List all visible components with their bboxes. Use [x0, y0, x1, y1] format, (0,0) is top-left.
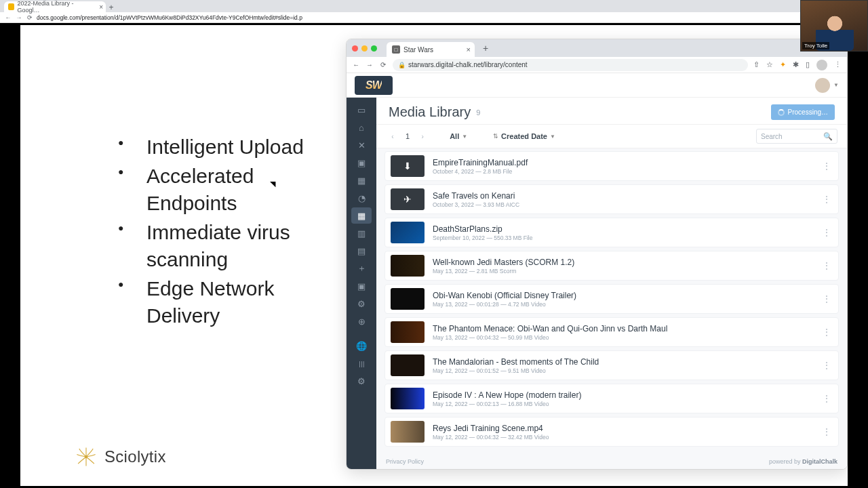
- forward-icon[interactable]: →: [366, 61, 374, 68]
- back-icon[interactable]: ←: [352, 61, 360, 68]
- media-row[interactable]: DeathStarPlans.zipSeptember 10, 2022 — 5…: [384, 218, 839, 247]
- spinner-icon: [778, 109, 785, 116]
- bullet-item: Edge Network Delivery: [118, 275, 335, 330]
- app-logo[interactable]: SW: [355, 76, 393, 95]
- user-menu[interactable]: ▼: [815, 78, 839, 93]
- sort-dropdown[interactable]: ⇅ Created Date ▼: [488, 129, 561, 143]
- inner-tab-bar: □ Star Wars × +: [347, 39, 847, 57]
- sidebar-item[interactable]: ⚙: [351, 373, 372, 389]
- sidebar-item[interactable]: ✕: [351, 137, 372, 153]
- sidebar-item[interactable]: ⚙: [351, 296, 372, 312]
- star-icon[interactable]: ☆: [766, 60, 773, 69]
- puzzle-icon[interactable]: ✱: [793, 60, 799, 69]
- presentation-stage: Intelligent Upload Accelerated Endpoints…: [0, 23, 868, 488]
- url-field[interactable]: 🔒 starwars.digital-chalk.net/library/con…: [393, 59, 748, 71]
- app-shell: SW ▼ ▭⌂✕▣▦◔▦▥▤＋▣⚙⊕🌐⫼⚙ Media Library 9: [347, 73, 847, 470]
- sidebar-item[interactable]: ▣: [351, 155, 372, 171]
- reload-icon[interactable]: ⟳: [26, 14, 34, 21]
- row-more-button[interactable]: ⋮: [821, 293, 833, 304]
- media-thumbnail: [391, 388, 425, 409]
- new-tab-button[interactable]: +: [483, 43, 488, 54]
- sidebar-item[interactable]: ▤: [351, 243, 372, 259]
- row-more-button[interactable]: ⋮: [821, 194, 833, 205]
- tab-favicon: □: [392, 45, 400, 54]
- media-row[interactable]: Obi-Wan Kenobi (Official Disney Trailer)…: [384, 284, 839, 314]
- media-thumbnail: ✈: [391, 188, 425, 210]
- row-more-button[interactable]: ⋮: [821, 360, 833, 371]
- content-footer: Privacy Policy powered by DigitalChalk: [376, 453, 847, 470]
- row-more-button[interactable]: ⋮: [821, 393, 833, 404]
- reload-icon[interactable]: ⟳: [379, 61, 387, 68]
- media-row[interactable]: The Phantom Menace: Obi-Wan and Qui-Gon …: [384, 317, 839, 347]
- sidebar-item[interactable]: 🌐: [351, 338, 372, 354]
- media-thumbnail: [391, 321, 425, 343]
- panel-icon[interactable]: ▯: [806, 60, 810, 69]
- sidebar-item[interactable]: ＋: [351, 260, 372, 277]
- sidebar-item[interactable]: ▭: [351, 102, 372, 118]
- filter-type-dropdown[interactable]: All ▼: [444, 129, 473, 143]
- sidebar-item[interactable]: ⊕: [351, 313, 372, 329]
- row-more-button[interactable]: ⋮: [821, 327, 833, 338]
- sidebar-item[interactable]: ⫼: [351, 355, 372, 371]
- pager-next-button[interactable]: ›: [416, 129, 429, 143]
- pager-prev-button[interactable]: ‹: [386, 129, 399, 143]
- bullet-item: Intelligent Upload: [118, 134, 335, 161]
- media-row-main: DeathStarPlans.zipSeptember 10, 2022 — 5…: [433, 224, 812, 241]
- inner-browser-tab[interactable]: □ Star Wars ×: [387, 42, 475, 57]
- sidebar-item[interactable]: ◔: [351, 190, 372, 206]
- media-meta: May 12, 2022 — 00:02:13 — 16.88 MB Video: [433, 401, 812, 407]
- kebab-icon[interactable]: ⋮: [834, 60, 842, 69]
- media-row-main: EmpireTrainingManual.pdfOctober 4, 2022 …: [433, 158, 812, 175]
- outer-toolbar: ← → ⟳ docs.google.com/presentation/d/1pW…: [0, 12, 868, 23]
- minimize-window-icon[interactable]: [361, 45, 368, 52]
- media-row-main: Well-known Jedi Masters (SCORM 1.2)May 1…: [433, 258, 812, 274]
- close-icon[interactable]: ×: [467, 45, 471, 54]
- media-row[interactable]: ✈Safe Travels on KenariOctober 3, 2022 —…: [384, 184, 839, 214]
- row-more-button[interactable]: ⋮: [821, 227, 833, 238]
- media-row[interactable]: ⬇EmpireTrainingManual.pdfOctober 4, 2022…: [384, 151, 839, 181]
- media-row-main: Safe Travels on KenariOctober 3, 2022 — …: [433, 191, 812, 208]
- extension-icon[interactable]: ✦: [780, 60, 786, 69]
- search-input[interactable]: Search 🔍: [756, 129, 837, 144]
- outer-browser-tab[interactable]: 2022-Media Library - Googl… ×: [4, 1, 106, 12]
- outer-tab-strip: 2022-Media Library - Googl… × +: [0, 0, 868, 12]
- chevron-down-icon: ▼: [462, 134, 467, 140]
- back-icon[interactable]: ←: [4, 14, 12, 21]
- media-thumbnail: [391, 255, 425, 277]
- maximize-window-icon[interactable]: [371, 45, 377, 52]
- row-more-button[interactable]: ⋮: [821, 426, 833, 437]
- inner-url-bar: ← → ⟳ 🔒 starwars.digital-chalk.net/libra…: [347, 57, 847, 73]
- app-body: ▭⌂✕▣▦◔▦▥▤＋▣⚙⊕🌐⫼⚙ Media Library 9 Process…: [347, 98, 847, 470]
- sort-icon: ⇅: [493, 133, 498, 140]
- sciolytix-mark-icon: [75, 445, 98, 468]
- row-more-button[interactable]: ⋮: [821, 161, 833, 171]
- share-icon[interactable]: ⇧: [753, 60, 760, 69]
- outer-url[interactable]: docs.google.com/presentation/d/1pWVtPtzv…: [37, 14, 302, 21]
- privacy-link[interactable]: Privacy Policy: [386, 458, 424, 465]
- media-title: Safe Travels on Kenari: [433, 191, 812, 201]
- content-area: Media Library 9 Processing… ‹ 1 ›: [376, 98, 847, 470]
- media-row[interactable]: Well-known Jedi Masters (SCORM 1.2)May 1…: [384, 251, 839, 281]
- media-title: DeathStarPlans.zip: [433, 224, 812, 234]
- new-tab-button[interactable]: +: [106, 3, 117, 12]
- profile-avatar-icon[interactable]: [816, 60, 827, 70]
- presenter-name: Troy Tolle: [802, 42, 829, 49]
- media-row[interactable]: Episode IV : A New Hope (modern trailer)…: [384, 384, 839, 413]
- sciolytix-logo: Sciolytix: [75, 445, 166, 468]
- media-row[interactable]: Reys Jedi Training Scene.mp4May 12, 2022…: [384, 417, 839, 447]
- media-row[interactable]: The Mandalorian - Best moments of The Ch…: [384, 350, 839, 380]
- page-title: Media Library 9: [389, 104, 480, 120]
- forward-icon[interactable]: →: [15, 14, 23, 21]
- sidebar-item[interactable]: ▦: [351, 172, 372, 188]
- slide: Intelligent Upload Accelerated Endpoints…: [20, 25, 848, 486]
- close-window-icon[interactable]: [352, 45, 358, 52]
- row-more-button[interactable]: ⋮: [821, 260, 833, 271]
- sidebar-item[interactable]: ▣: [351, 278, 372, 294]
- close-icon[interactable]: ×: [99, 3, 103, 11]
- bullet-item: Accelerated Endpoints: [118, 163, 335, 218]
- processing-button[interactable]: Processing…: [771, 104, 835, 120]
- sidebar-item[interactable]: ▦: [351, 207, 372, 224]
- sidebar-item[interactable]: ▥: [351, 225, 372, 241]
- webcam-overlay: Troy Tolle: [800, 0, 868, 52]
- sidebar-item[interactable]: ⌂: [351, 119, 372, 136]
